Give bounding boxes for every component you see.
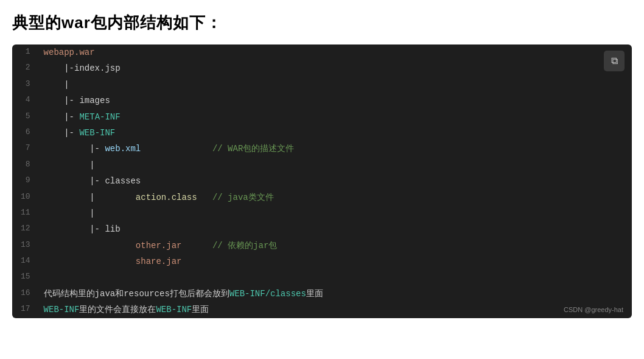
table-row: 13 other.jar // 依赖的jar包	[12, 238, 632, 254]
line-code: |- WEB-INF	[39, 125, 632, 141]
line-number: 3	[12, 77, 39, 93]
line-number: 4	[12, 93, 39, 108]
line-code: |	[39, 205, 632, 221]
line-code: | action.class // java类文件	[39, 190, 632, 205]
table-row: 2 |-index.jsp	[12, 60, 632, 76]
line-number: 9	[12, 173, 39, 189]
code-table: 1 webapp.war 2 |-index.jsp 3 | 4 |- i	[12, 44, 632, 318]
table-row: 17 WEB-INF里的文件会直接放在WEB-INF里面	[12, 302, 632, 318]
table-row: 4 |- images	[12, 93, 632, 108]
line-code: |-index.jsp	[39, 60, 632, 76]
line-code: |- lib	[39, 221, 632, 237]
line-number: 12	[12, 221, 39, 237]
line-number: 10	[12, 190, 39, 205]
line-number: 6	[12, 125, 39, 141]
table-row: 3 |	[12, 77, 632, 93]
table-row: 7 |- web.xml // WAR包的描述文件	[12, 141, 632, 157]
line-number: 14	[12, 254, 39, 269]
line-number: 2	[12, 60, 39, 76]
page-container: 典型的war包内部结构如下： ⧉ 1 webapp.war 2 |-index.…	[0, 0, 644, 359]
line-number: 1	[12, 44, 39, 60]
line-code: |	[39, 157, 632, 173]
line-code: 代码结构里的java和resources打包后都会放到WEB-INF/class…	[39, 286, 632, 302]
page-title: 典型的war包内部结构如下：	[12, 12, 632, 34]
line-code: WEB-INF里的文件会直接放在WEB-INF里面	[39, 302, 632, 318]
line-number: 5	[12, 109, 39, 125]
line-code: |- META-INF	[39, 109, 632, 125]
watermark: CSDN @greedy-hat	[564, 306, 623, 313]
line-number: 8	[12, 157, 39, 173]
table-row: 11 |	[12, 205, 632, 221]
line-number: 16	[12, 286, 39, 302]
table-row: 9 |- classes	[12, 173, 632, 189]
table-row: 15	[12, 269, 632, 285]
table-row: 6 |- WEB-INF	[12, 125, 632, 141]
table-row: 8 |	[12, 157, 632, 173]
line-code: other.jar // 依赖的jar包	[39, 238, 632, 254]
table-row: 10 | action.class // java类文件	[12, 190, 632, 205]
table-row: 1 webapp.war	[12, 44, 632, 60]
line-code: |- images	[39, 93, 632, 108]
line-number: 15	[12, 269, 39, 285]
line-code: |	[39, 77, 632, 93]
line-code: |- web.xml // WAR包的描述文件	[39, 141, 632, 157]
table-row: 16 代码结构里的java和resources打包后都会放到WEB-INF/cl…	[12, 286, 632, 302]
table-row: 14 share.jar	[12, 254, 632, 269]
line-code: |- classes	[39, 173, 632, 189]
line-number: 11	[12, 205, 39, 221]
copy-button[interactable]: ⧉	[604, 51, 625, 71]
code-block: ⧉ 1 webapp.war 2 |-index.jsp 3 |	[12, 44, 632, 318]
line-code: webapp.war	[39, 44, 632, 60]
line-number: 17	[12, 302, 39, 318]
line-code	[39, 269, 632, 285]
line-number: 13	[12, 238, 39, 254]
line-code: share.jar	[39, 254, 632, 269]
table-row: 5 |- META-INF	[12, 109, 632, 125]
line-number: 7	[12, 141, 39, 157]
table-row: 12 |- lib	[12, 221, 632, 237]
